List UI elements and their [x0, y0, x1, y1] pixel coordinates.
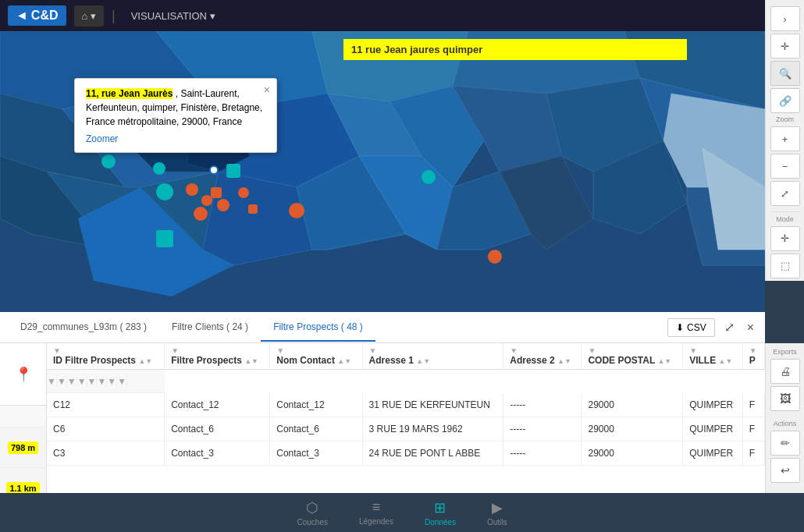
popup-address: 11, rue Jean Jaurès , Saint-Laurent, Ker… [86, 87, 265, 129]
cell-p-3: F [742, 442, 764, 466]
map-marker-orange-6[interactable] [289, 203, 304, 218]
move-mode-button[interactable]: ✛ [770, 226, 800, 251]
home-icon: ⌂ ▾ [82, 10, 96, 22]
close-table-button[interactable]: × [744, 319, 757, 336]
cell-cp-1: 29000 [582, 393, 683, 417]
table-row-1[interactable]: C12 Contact_12 Contact_12 31 RUE DE KERF… [47, 393, 765, 417]
map-marker-teal-2[interactable] [153, 162, 165, 175]
filter-cell-nom[interactable]: ▼ [67, 376, 77, 387]
crosshair-button[interactable]: ✛ [770, 34, 800, 59]
filter-cell-cp[interactable]: ▼ [97, 376, 107, 387]
cell-filtre-3: Contact_3 [165, 442, 270, 466]
tab-communes[interactable]: D29_communes_L93m ( 283 ) [8, 314, 159, 342]
map-marker-teal-3[interactable] [156, 183, 173, 200]
expand-table-button[interactable]: ⤢ [721, 318, 738, 336]
sort-icon-ville[interactable]: ▲▼ [719, 357, 733, 365]
home-button[interactable]: ⌂ ▾ [74, 5, 104, 27]
filter-icon-adr1[interactable]: ▼ [369, 346, 497, 355]
map-marker-sq-orange-1[interactable] [211, 187, 222, 198]
bottom-navigation: ⬡ Couches ≡ Légendes ⊞ Données ▶ Outils [0, 493, 804, 532]
cell-filtre-2: Contact_6 [165, 417, 270, 442]
filter-cell-id[interactable]: ▼ [47, 376, 57, 387]
map-marker-sq-teal-2[interactable] [226, 164, 240, 178]
image-export-button[interactable]: 🖼 [770, 386, 800, 411]
map-container[interactable]: 11 rue Jean jaures quimper × 11, rue Jea… [0, 31, 765, 312]
map-marker-orange-5[interactable] [238, 187, 249, 198]
cell-ville-1: QUIMPER [683, 393, 743, 417]
sort-icon-adr1[interactable]: ▲▼ [416, 357, 430, 365]
tabs-bar: D29_communes_L93m ( 283 ) Filtre Clients… [0, 312, 765, 343]
map-search-input[interactable]: 11 rue Jean jaures quimper [343, 39, 687, 60]
map-marker-sq-teal-1[interactable] [156, 230, 173, 247]
col-header-filtre: ▼ Filtre Prospects ▲▼ [165, 343, 270, 370]
map-marker-orange-4[interactable] [194, 207, 208, 221]
nav-right-button[interactable]: › [770, 6, 800, 31]
filter-cell-filtre[interactable]: ▼ [57, 376, 67, 387]
exports-label: Exports [773, 348, 797, 356]
tab-prospects[interactable]: Filtre Prospects ( 48 ) [261, 314, 375, 342]
sort-icon-adr2[interactable]: ▲▼ [557, 357, 571, 365]
filter-icon-cp[interactable]: ▼ [588, 346, 676, 355]
cell-adr2-3: ----- [503, 442, 582, 466]
zoom-minus-button[interactable]: − [770, 154, 800, 179]
nav-donnees[interactable]: ⊞ Données [425, 499, 456, 527]
map-marker-white-1[interactable] [209, 165, 219, 175]
sort-icon-filtre[interactable]: ▲▼ [244, 357, 258, 365]
filter-icon-id[interactable]: ▼ [53, 346, 158, 355]
filter-cell-p[interactable]: ▼ [117, 376, 127, 387]
select-mode-button[interactable]: ⬚ [770, 254, 800, 278]
cell-id-3: C3 [47, 442, 165, 466]
sort-icon-id[interactable]: ▲▼ [138, 357, 152, 365]
filter-cell-ville[interactable]: ▼ [107, 376, 117, 387]
map-marker-teal-1[interactable] [101, 154, 116, 168]
filter-icon-filtre[interactable]: ▼ [171, 346, 263, 355]
legendes-label: Légendes [359, 517, 393, 526]
cell-adr2-2: ----- [503, 417, 582, 442]
nav-couches[interactable]: ⬡ Couches [297, 499, 328, 527]
logo-arrow: ◄ [16, 9, 28, 23]
map-marker-sq-orange-2[interactable] [248, 204, 258, 214]
cell-nom-2: Contact_6 [270, 417, 362, 442]
filter-icon-nom[interactable]: ▼ [276, 346, 355, 355]
share-button[interactable]: ↩ [770, 458, 800, 483]
popup-close-button[interactable]: × [264, 83, 270, 96]
filter-icon-p[interactable]: ▼ [749, 346, 758, 355]
map-marker-orange-7[interactable] [488, 250, 502, 264]
nav-outils[interactable]: ▶ Outils [487, 499, 507, 527]
link-button[interactable]: 🔗 [770, 88, 800, 113]
prospects-table: ▼ ID Filtre Prospects ▲▼ ▼ Filtre Prospe… [47, 343, 765, 466]
logo[interactable]: ◄ C&D [8, 5, 66, 26]
map-marker-teal-4[interactable] [422, 170, 436, 184]
search-button[interactable]: 🔍 [770, 61, 800, 86]
actions-label: Actions [774, 420, 797, 427]
sort-icon-nom[interactable]: ▲▼ [337, 357, 351, 365]
filter-icon-adr2[interactable]: ▼ [510, 346, 575, 355]
table-row-3[interactable]: C3 Contact_3 Contact_3 24 RUE DE PONT L … [47, 442, 765, 466]
zoom-plus-button[interactable]: + [770, 126, 800, 151]
filter-icon-ville[interactable]: ▼ [689, 346, 736, 355]
map-marker-orange-3[interactable] [217, 199, 229, 211]
expand-button[interactable]: ⤢ [770, 181, 800, 206]
nav-legendes[interactable]: ≡ Légendes [359, 499, 393, 526]
dropdown-arrow: ▾ [210, 10, 215, 22]
map-controls-panel: › ✛ 🔍 🔗 Zoom + − ⤢ Mode ✛ ⬚ [765, 0, 804, 281]
popup-zoom-link[interactable]: Zoomer [86, 133, 118, 144]
print-button[interactable]: 🖨 [770, 359, 800, 384]
cell-cp-3: 29000 [582, 442, 683, 466]
tab-actions: ⬇ CSV ⤢ × [667, 318, 757, 337]
distance-cell-1: 798 m [0, 427, 46, 468]
cell-p-1: F [742, 393, 764, 417]
table-row-2[interactable]: C6 Contact_6 Contact_6 3 RUE 19 MARS 196… [47, 417, 765, 442]
couches-label: Couches [297, 518, 328, 527]
map-marker-orange-1[interactable] [186, 183, 198, 196]
edit-button[interactable]: ✏ [770, 431, 800, 456]
tab-clients[interactable]: Filtre Clients ( 24 ) [159, 314, 261, 342]
map-svg [0, 31, 765, 312]
filter-cell-adr1[interactable]: ▼ [77, 376, 87, 387]
filter-cell-adr2[interactable]: ▼ [87, 376, 98, 387]
sort-icon-cp[interactable]: ▲▼ [657, 357, 671, 365]
visualization-menu[interactable]: VISUALISATION ▾ [123, 5, 223, 27]
cell-p-2: F [742, 417, 764, 442]
nav-divider: | [112, 8, 116, 24]
csv-export-button[interactable]: ⬇ CSV [667, 318, 715, 337]
